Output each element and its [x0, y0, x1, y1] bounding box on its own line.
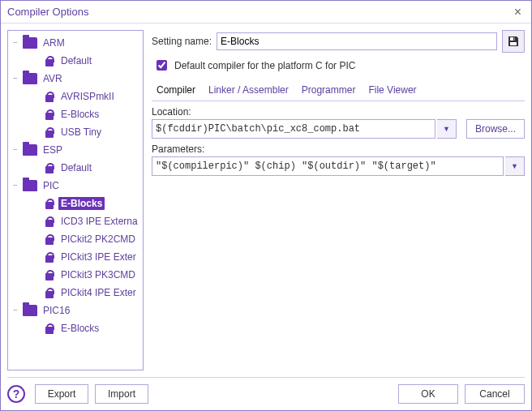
tree-label: ICD3 IPE Externa: [58, 215, 140, 228]
tree-folder[interactable]: −PIC: [10, 177, 141, 195]
right-panel: Setting name: Default compiler for the p…: [152, 30, 525, 370]
location-label: Location:: [152, 106, 525, 118]
titlebar: Compiler Options ×: [1, 1, 531, 24]
browse-button[interactable]: Browse...: [466, 119, 525, 139]
tree-leaf[interactable]: E-Blocks: [10, 319, 141, 337]
tree-leaf[interactable]: PICkit3 PK3CMD: [10, 266, 141, 284]
save-button[interactable]: [502, 30, 525, 53]
tree-leaf[interactable]: ICD3 IPE Externa: [10, 212, 141, 230]
tabs-row: CompilerLinker / AssemblerProgrammerFile…: [152, 81, 525, 101]
tree-leaf[interactable]: Default: [10, 52, 141, 70]
lock-icon: [44, 126, 55, 138]
lock-icon: [44, 233, 55, 245]
tabs-bar: CompilerLinker / AssemblerProgrammerFile…: [152, 81, 525, 101]
tree-label: E-Blocks: [58, 322, 101, 335]
save-icon: [507, 35, 520, 48]
tree-leaf[interactable]: AVRISPmkII: [10, 88, 141, 105]
tree-leaf[interactable]: Default: [10, 159, 141, 177]
tree-label: PICkit4 IPE Exter: [58, 286, 139, 299]
tree-label: Default: [58, 161, 94, 174]
tab-programmer[interactable]: Programmer: [302, 84, 356, 101]
tree-label: ARM: [41, 36, 67, 49]
chevron-down-icon: ▼: [443, 125, 450, 133]
chevron-down-icon: ▼: [511, 162, 518, 170]
location-input[interactable]: $(fcddir)PIC\batch\pic_xc8_comp.bat: [152, 119, 435, 139]
tree-folder[interactable]: −AVR: [10, 70, 141, 88]
parameters-value: "$(compilerpic)" $(chip) "$(outdir)" "$(…: [156, 161, 436, 172]
close-icon[interactable]: ×: [509, 6, 526, 19]
tree-leaf[interactable]: E-Blocks: [10, 195, 141, 212]
expander-icon[interactable]: −: [11, 39, 19, 47]
help-icon: ?: [13, 387, 20, 400]
folder-icon: [23, 73, 37, 84]
tab-linker-assembler[interactable]: Linker / Assembler: [208, 84, 289, 101]
tree-label: PICkit3 IPE Exter: [58, 250, 139, 263]
tree-panel[interactable]: −ARMDefault−AVRAVRISPmkIIE-BlocksUSB Tin…: [7, 30, 144, 370]
expander-icon[interactable]: −: [11, 182, 19, 190]
tree-leaf[interactable]: PICkit3 IPE Exter: [10, 248, 141, 266]
tree-folder[interactable]: −ARM: [10, 34, 141, 52]
tree-label: AVR: [41, 72, 65, 85]
expander-icon[interactable]: −: [11, 75, 19, 83]
tree-leaf[interactable]: PICkit2 PK2CMD: [10, 230, 141, 248]
lock-icon: [44, 162, 55, 173]
parameters-input[interactable]: "$(compilerpic)" $(chip) "$(outdir)" "$(…: [152, 156, 504, 176]
tree-label: Default: [58, 54, 94, 67]
footer: ? Export Import OK Cancel: [1, 378, 531, 410]
default-compiler-label: Default compiler for the platform C for …: [174, 60, 355, 71]
tree-leaf[interactable]: USB Tiny: [10, 123, 141, 141]
tree-label: E-Blocks: [58, 108, 101, 121]
help-button[interactable]: ?: [7, 385, 25, 403]
tree-label: PIC16: [41, 304, 72, 317]
lock-icon: [44, 55, 55, 66]
setting-name-row: Setting name:: [152, 30, 525, 53]
tab-file-viewer[interactable]: File Viewer: [368, 84, 416, 101]
setting-name-input[interactable]: [217, 32, 497, 50]
lock-icon: [44, 109, 55, 120]
parameters-dropdown-button[interactable]: ▼: [505, 156, 525, 176]
default-compiler-checkbox[interactable]: [157, 60, 167, 71]
tree-leaf[interactable]: PICkit4 IPE Exter: [10, 284, 141, 302]
lock-icon: [44, 287, 55, 298]
tree-label: PIC: [41, 179, 62, 192]
svg-rect-1: [510, 42, 517, 45]
window-title: Compiler Options: [7, 6, 88, 18]
body: −ARMDefault−AVRAVRISPmkIIE-BlocksUSB Tin…: [1, 24, 531, 377]
ok-button[interactable]: OK: [398, 384, 458, 404]
location-row: $(fcddir)PIC\batch\pic_xc8_comp.bat ▼ Br…: [152, 119, 525, 139]
default-compiler-row: Default compiler for the platform C for …: [152, 58, 525, 73]
export-button[interactable]: Export: [35, 384, 88, 404]
location-section: Location: $(fcddir)PIC\batch\pic_xc8_com…: [152, 106, 525, 139]
svg-rect-2: [513, 37, 515, 41]
tree-label: PICkit3 PK3CMD: [58, 268, 138, 281]
folder-icon: [23, 144, 37, 156]
lock-icon: [44, 251, 55, 263]
tree-folder[interactable]: −PIC16: [10, 302, 141, 319]
expander-icon[interactable]: −: [11, 146, 19, 154]
expander-icon[interactable]: −: [11, 306, 19, 315]
tree-label: USB Tiny: [58, 126, 104, 139]
tab-compiler[interactable]: Compiler: [157, 84, 195, 101]
tree-leaf[interactable]: E-Blocks: [10, 105, 141, 123]
parameters-section: Parameters: "$(compilerpic)" $(chip) "$(…: [152, 143, 525, 176]
tree-label: E-Blocks: [58, 197, 105, 210]
setting-name-label: Setting name:: [152, 36, 212, 47]
lock-icon: [44, 323, 55, 334]
tree-label: ESP: [41, 143, 65, 156]
window: Compiler Options × −ARMDefault−AVRAVRISP…: [0, 0, 532, 411]
import-button[interactable]: Import: [95, 384, 148, 404]
location-dropdown-button[interactable]: ▼: [437, 119, 457, 139]
footer-left: ? Export Import: [7, 384, 148, 404]
lock-icon: [44, 269, 55, 280]
lock-icon: [44, 91, 55, 102]
parameters-label: Parameters:: [152, 143, 525, 155]
lock-icon: [44, 216, 55, 227]
footer-right: OK Cancel: [398, 384, 525, 404]
folder-icon: [23, 180, 37, 191]
parameters-row: "$(compilerpic)" $(chip) "$(outdir)" "$(…: [152, 156, 525, 176]
folder-icon: [23, 305, 37, 316]
cancel-button[interactable]: Cancel: [465, 384, 525, 404]
lock-icon: [44, 198, 55, 209]
folder-icon: [23, 37, 37, 49]
tree-folder[interactable]: −ESP: [10, 141, 141, 159]
